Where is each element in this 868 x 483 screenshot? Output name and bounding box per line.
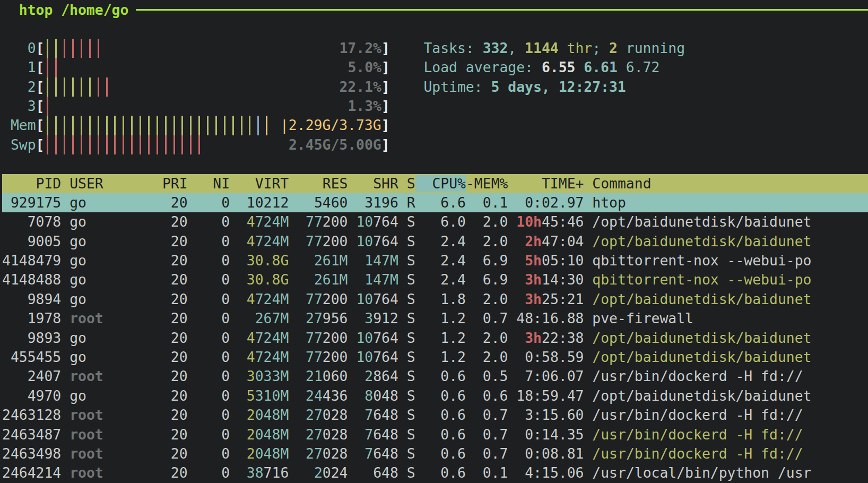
cell-time: 4:15.06 xyxy=(508,464,584,481)
column-header-user[interactable]: USER xyxy=(70,175,145,192)
process-row[interactable]: 2407 root 20 0 3033M 21060 2864 S 0.6 0.… xyxy=(2,367,868,386)
cell-pid: 9894 xyxy=(2,291,61,307)
meter-bar xyxy=(111,135,120,154)
process-row[interactable]: 4148479 go 20 0 30.8G 261M 147M S 2.4 6.… xyxy=(2,251,868,270)
meter-bar xyxy=(78,135,86,154)
cell-res: 261M xyxy=(289,252,348,269)
cell-pid: 9005 xyxy=(2,233,61,249)
meter-bar xyxy=(196,116,204,135)
process-row[interactable]: 929175 go 20 0 10212 5460 3196 R 6.6 0.1… xyxy=(2,193,868,212)
cell-mem: 0.1 xyxy=(466,194,508,211)
meter-bar xyxy=(70,39,78,58)
process-row[interactable]: 4970 go 20 0 5310M 24436 8048 S 0.6 0.6 … xyxy=(2,386,868,406)
cell-virt: 4724M xyxy=(230,291,289,307)
cell-virt: 38716 xyxy=(230,464,289,481)
cell-cmd: /opt/baidunetdisk/baidunet xyxy=(592,233,811,249)
process-row[interactable]: 9005 go 20 0 4724M 77200 10764 S 2.4 2.0… xyxy=(2,232,868,251)
table-header-row: PID USER PRI NI VIRT RES SHR S CPU%-MEM%… xyxy=(2,174,868,193)
cell-cmd: /opt/baidunetdisk/baidunet xyxy=(592,291,811,307)
cell-res: 5460 xyxy=(289,194,348,211)
cell-ni: 0 xyxy=(188,291,230,307)
cell-mem: 0.5 xyxy=(466,368,508,384)
cell-cmd: /opt/baidunetdisk/baidunet xyxy=(592,349,811,365)
cell-res: 27028 xyxy=(289,407,348,423)
column-header-mem[interactable]: -MEM% xyxy=(466,175,508,192)
cell-virt: 4724M xyxy=(230,349,289,365)
meter-bar xyxy=(44,39,53,58)
cell-mem: 0.6 xyxy=(466,387,508,404)
cell-virt: 30.8G xyxy=(230,252,289,269)
cell-time: 48:16.88 xyxy=(508,310,584,326)
meter-bar xyxy=(154,116,162,135)
cell-s: S xyxy=(398,426,415,443)
column-header-ni[interactable]: NI xyxy=(188,175,230,192)
meter-bar xyxy=(103,77,112,97)
meter-bar xyxy=(70,135,78,154)
cell-cmd: qbittorrent-nox --webui-po xyxy=(592,252,811,269)
cell-cpu: 0.6 xyxy=(415,387,466,404)
column-header-time[interactable]: TIME+ xyxy=(508,175,584,192)
cell-ni: 0 xyxy=(188,445,230,462)
cell-user: root xyxy=(70,426,145,443)
cell-virt: 4724M xyxy=(230,213,289,230)
process-row[interactable]: 2463128 root 20 0 2048M 27028 7648 S 0.6… xyxy=(2,406,868,425)
cell-time: 3h25:21 xyxy=(508,291,584,307)
meter-bar xyxy=(53,135,61,154)
process-row[interactable]: 9894 go 20 0 4724M 77200 10764 S 1.8 2.0… xyxy=(2,290,868,309)
column-header-shr[interactable]: SHR xyxy=(348,175,398,192)
cell-res: 24436 xyxy=(289,387,348,404)
cell-mem: 0.7 xyxy=(466,310,508,326)
column-header-cmd[interactable]: Command xyxy=(592,175,651,192)
tasks-summary: Tasks: 332, 1144 thr; 2 running xyxy=(423,39,685,58)
column-header-virt[interactable]: VIRT xyxy=(230,175,289,192)
cell-cpu: 1.2 xyxy=(415,330,466,346)
cell-mem: 6.9 xyxy=(466,252,508,269)
column-header-pid[interactable]: PID xyxy=(2,175,61,192)
column-header-res[interactable]: RES xyxy=(289,175,348,192)
pane-title-rule xyxy=(136,9,868,11)
meter-bar xyxy=(44,58,53,77)
process-row[interactable]: 1978 root 20 0 267M 27956 3912 S 1.2 0.7… xyxy=(2,309,868,328)
process-row[interactable]: 9893 go 20 0 4724M 77200 10764 S 1.2 2.0… xyxy=(2,329,868,348)
cell-ni: 0 xyxy=(188,252,230,269)
cell-pri: 20 xyxy=(145,426,187,443)
column-header-s[interactable]: S xyxy=(398,175,415,192)
process-row[interactable]: 455455 go 20 0 4724M 77200 10764 S 1.2 2… xyxy=(2,348,868,367)
cell-shr: 7648 xyxy=(348,426,398,443)
cell-shr: 3912 xyxy=(348,310,398,326)
cell-cpu: 6.0 xyxy=(415,213,466,230)
column-header-pri[interactable]: PRI xyxy=(145,175,187,192)
meter-bar xyxy=(53,77,61,97)
process-row[interactable]: 4148488 go 20 0 30.8G 261M 147M S 2.4 6.… xyxy=(2,270,868,289)
cell-pid: 929175 xyxy=(2,194,61,211)
cell-virt: 4724M xyxy=(230,233,289,249)
meter-bar xyxy=(137,116,145,135)
cell-time: 3h14:30 xyxy=(508,271,584,288)
meter-bar xyxy=(78,116,86,135)
cell-virt: 2048M xyxy=(230,445,289,462)
cell-user: go xyxy=(70,194,145,211)
meter-bar xyxy=(162,135,171,154)
meter-bar xyxy=(145,116,154,135)
process-row[interactable]: 2463498 root 20 0 2048M 27028 7648 S 0.6… xyxy=(2,444,868,463)
meter-bar xyxy=(70,77,78,97)
cell-pri: 20 xyxy=(145,407,187,423)
cell-res: 77200 xyxy=(289,213,348,230)
process-row[interactable]: 2464214 root 20 0 38716 2024 648 S 0.6 0… xyxy=(2,463,868,482)
cell-time: 0:14.35 xyxy=(508,426,584,443)
column-header-cpu[interactable]: CPU% xyxy=(415,175,466,192)
process-row[interactable]: 2463487 root 20 0 2048M 27028 7648 S 0.6… xyxy=(2,425,868,444)
meter-bar xyxy=(196,135,204,154)
cell-time: 7:06.07 xyxy=(508,368,584,384)
meter-bar xyxy=(53,116,61,135)
cell-s: S xyxy=(398,213,415,230)
meter-bar xyxy=(187,116,196,135)
cell-cmd: /usr/bin/dockerd -H fd:// xyxy=(592,407,803,423)
cell-shr: 10764 xyxy=(348,233,398,249)
meter-bar xyxy=(95,116,103,135)
process-row[interactable]: 7078 go 20 0 4724M 77200 10764 S 6.0 2.0… xyxy=(2,212,868,231)
cell-shr: 7648 xyxy=(348,407,398,423)
cell-cpu: 1.2 xyxy=(415,349,466,365)
cell-cmd: qbittorrent-nox --webui-po xyxy=(592,271,811,288)
cell-pri: 20 xyxy=(145,194,187,211)
